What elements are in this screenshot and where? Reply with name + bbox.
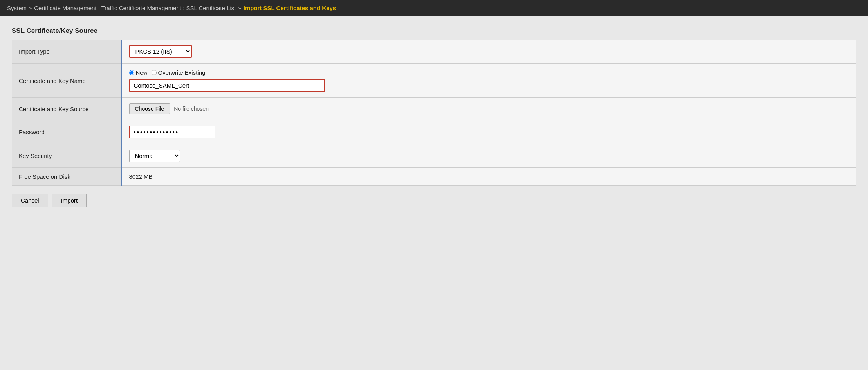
password-row: Password bbox=[12, 120, 856, 144]
radio-overwrite-label[interactable]: Overwrite Existing bbox=[152, 69, 206, 76]
radio-overwrite[interactable] bbox=[152, 70, 157, 75]
radio-new-text: New bbox=[136, 69, 148, 76]
import-button[interactable]: Import bbox=[52, 194, 87, 207]
key-security-label: Key Security bbox=[12, 144, 121, 168]
breadcrumb-cert-mgmt: Certificate Management : Traffic Certifi… bbox=[34, 5, 236, 11]
cert-name-input[interactable] bbox=[129, 79, 325, 92]
import-type-select[interactable]: PKCS 12 (IIS) Regular SCEP bbox=[129, 45, 192, 58]
breadcrumb-system: System bbox=[7, 5, 27, 11]
free-space-value: 8022 MB bbox=[129, 173, 153, 180]
section-title: SSL Certificate/Key Source bbox=[12, 27, 856, 35]
import-type-row: Import Type PKCS 12 (IIS) Regular SCEP bbox=[12, 40, 856, 64]
breadcrumb-current: Import SSL Certificates and Keys bbox=[244, 5, 336, 11]
key-security-row: Key Security Normal High bbox=[12, 144, 856, 168]
password-label: Password bbox=[12, 120, 121, 144]
free-space-row: Free Space on Disk 8022 MB bbox=[12, 168, 856, 186]
cert-key-name-row: Certificate and Key Name New Overwrite E… bbox=[12, 64, 856, 98]
choose-file-button[interactable]: Choose File bbox=[129, 103, 170, 114]
radio-overwrite-text: Overwrite Existing bbox=[158, 69, 206, 76]
no-file-text: No file chosen bbox=[174, 106, 209, 112]
cancel-button[interactable]: Cancel bbox=[12, 194, 48, 207]
cert-key-name-label: Certificate and Key Name bbox=[12, 64, 121, 98]
radio-row: New Overwrite Existing bbox=[129, 69, 850, 76]
file-input-row: Choose File No file chosen bbox=[129, 103, 850, 114]
cert-key-source-label: Certificate and Key Source bbox=[12, 98, 121, 120]
free-space-label: Free Space on Disk bbox=[12, 168, 121, 186]
import-type-label: Import Type bbox=[12, 40, 121, 64]
radio-new[interactable] bbox=[129, 70, 134, 75]
radio-new-label[interactable]: New bbox=[129, 69, 148, 76]
form-table: Import Type PKCS 12 (IIS) Regular SCEP C… bbox=[12, 40, 856, 186]
actions-bar: Cancel Import bbox=[12, 194, 856, 207]
breadcrumb-bar: System » Certificate Management : Traffi… bbox=[0, 0, 868, 16]
cert-key-source-row: Certificate and Key Source Choose File N… bbox=[12, 98, 856, 120]
breadcrumb-sep2: » bbox=[238, 5, 241, 11]
password-input[interactable] bbox=[129, 126, 215, 138]
key-security-select[interactable]: Normal High bbox=[129, 150, 180, 162]
breadcrumb-sep1: » bbox=[29, 5, 32, 11]
